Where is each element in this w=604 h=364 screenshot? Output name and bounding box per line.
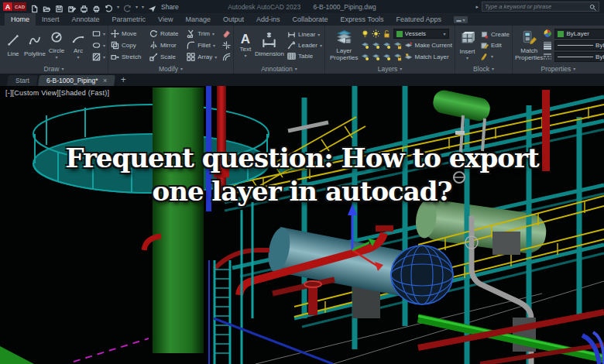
draw-panel-label[interactable]: Draw▾ (0, 64, 108, 74)
logo-a: A (3, 2, 12, 11)
line-tool[interactable]: Line (2, 34, 24, 57)
properties-panel-label[interactable]: Properties▾ (513, 64, 604, 74)
layer-dropdown[interactable]: Vessels ▾ (393, 29, 449, 39)
insert-block-icon (460, 30, 475, 48)
rotate-tool[interactable]: Rotate (149, 29, 187, 39)
ellipse-tool[interactable]: ▾ (92, 41, 105, 50)
search-icon[interactable] (589, 0, 596, 14)
annotation-panel-label[interactable]: Annotation▾ (234, 64, 324, 74)
search-expand-caret[interactable]: ▸ (475, 4, 479, 10)
panel-modify: Move Copy Stretch Rotate Mirror Scale Tr… (108, 26, 234, 74)
green-corner-shape (0, 346, 34, 364)
tab-home[interactable]: Home (5, 13, 36, 26)
tab-express-tools[interactable]: Express Tools (335, 13, 390, 26)
workspace-switcher[interactable]: ▬▾ (454, 16, 468, 23)
layer-walk-icon[interactable] (361, 50, 369, 64)
linetype-icon (543, 50, 552, 64)
print-icon[interactable] (92, 2, 101, 11)
move-tool[interactable]: Move (111, 29, 149, 39)
stretch-tool[interactable]: Stretch (111, 52, 149, 62)
circle-tool[interactable]: Circle▾ (46, 31, 67, 60)
tab-view[interactable]: View (152, 13, 179, 26)
tab-insert[interactable]: Insert (36, 13, 66, 26)
save-icon[interactable] (55, 2, 63, 11)
layer-lock-fade-icon[interactable] (393, 50, 402, 64)
green-column-vessel (153, 88, 204, 353)
tab-start[interactable]: Start (7, 75, 38, 86)
polyline-icon (29, 34, 41, 50)
redo-caret[interactable]: ▾ (136, 5, 138, 9)
model-viewport[interactable]: [-][Custom View][Shaded (Fast)] (0, 86, 604, 364)
tab-featured-apps[interactable]: Featured Apps (390, 13, 448, 26)
erase-tool[interactable] (222, 29, 231, 39)
ribbon-tab-bar: Home Insert Annotate Parametric View Man… (0, 13, 604, 26)
headline-overlay: Frequent question: How to export one lay… (0, 142, 604, 208)
save-as-icon[interactable] (67, 2, 76, 11)
share-label[interactable]: Share (161, 3, 179, 11)
stretch-icon (111, 50, 119, 64)
tab-parametric[interactable]: Parametric (106, 13, 153, 26)
plot-icon[interactable] (80, 2, 88, 11)
tab-manage[interactable]: Manage (179, 13, 217, 26)
headline-line-1: Frequent question: How to export (0, 142, 604, 175)
layer-color-swatch (396, 31, 403, 37)
scale-tool[interactable]: Scale (149, 52, 187, 62)
text-tool[interactable]: A Text▾ (236, 33, 255, 59)
rectangle-tool[interactable]: ▾ (92, 29, 105, 39)
lineweight-dropdown[interactable]: ByLayer (554, 40, 604, 50)
tab-document[interactable]: 6-B-1000_Piping* × (38, 75, 115, 86)
trim-tool[interactable]: Trim▾ (187, 29, 219, 39)
block-panel-label[interactable]: Block▾ (455, 64, 512, 74)
text-icon: A (241, 33, 250, 46)
autocad-logo[interactable]: A CAD (3, 2, 26, 11)
modify-panel-label[interactable]: Modify▾ (108, 64, 233, 74)
viewport-controls[interactable]: [-][Custom View][Shaded (Fast)] (5, 89, 109, 97)
tab-annotate[interactable]: Annotate (66, 13, 106, 26)
match-properties-button[interactable]: Match Properties (515, 29, 543, 62)
arc-tool[interactable]: Arc▾ (67, 31, 89, 60)
app-title: Autodesk AutoCAD 2023 (228, 3, 300, 11)
fillet-tool[interactable]: Fillet▾ (187, 40, 219, 50)
make-current-button[interactable]: Make Current (404, 40, 452, 50)
line-icon (7, 34, 19, 50)
new-file-icon[interactable] (30, 2, 39, 11)
linetype-dropdown[interactable]: ByLayer (554, 52, 604, 62)
share-icon[interactable] (148, 2, 156, 11)
search-input[interactable] (485, 3, 587, 10)
panel-annotation: A Text▾ Dimension Linear▾ Leader▾ Table … (234, 26, 325, 74)
object-color-dropdown[interactable]: ByLayer ▾ (554, 29, 604, 39)
insert-block-button[interactable]: Insert▾ (458, 30, 477, 61)
table-tool[interactable]: Table (287, 52, 322, 61)
autocad-window: A CAD ▾ ▾ ▾ Share Autodesk AutoCAD 2023 … (0, 0, 604, 364)
copy-tool[interactable]: Copy (111, 40, 149, 50)
layers-panel-label[interactable]: Layers▾ (325, 64, 455, 74)
layer-vpfreeze-icon[interactable] (372, 50, 380, 64)
layer-merge-icon[interactable] (383, 50, 391, 64)
dimension-tool[interactable]: Dimension (255, 33, 284, 58)
redo-icon[interactable] (123, 2, 132, 11)
layer-properties-button[interactable]: Layer Properties (328, 29, 361, 62)
offset-tool[interactable] (222, 53, 231, 62)
panel-block: Insert▾ Create Edit ▾ Block▾ (455, 26, 513, 74)
match-properties-icon (522, 29, 537, 47)
array-icon (187, 50, 195, 64)
undo-icon[interactable] (105, 2, 113, 11)
tab-add-ins[interactable]: Add-ins (250, 13, 287, 26)
hatch-tool[interactable]: ▾ (92, 53, 105, 62)
match-layer-button[interactable]: Match Layer (404, 52, 449, 62)
undo-caret[interactable]: ▾ (117, 5, 119, 9)
qat-customize-caret[interactable]: ▾ (142, 5, 144, 9)
close-tab-icon[interactable]: × (103, 77, 107, 84)
open-file-icon[interactable] (43, 2, 51, 11)
explode-tool[interactable] (222, 41, 231, 50)
tab-collaborate[interactable]: Collaborate (287, 13, 335, 26)
new-tab-button[interactable]: + (121, 74, 126, 86)
polyline-tool[interactable]: Polyline (24, 34, 46, 57)
quick-access-toolbar: ▾ ▾ ▾ Share (30, 2, 179, 11)
array-tool[interactable]: Array▾ (187, 52, 219, 62)
circle-icon (50, 31, 63, 46)
tab-output[interactable]: Output (217, 13, 250, 26)
mirror-tool[interactable]: Mirror (149, 40, 187, 50)
block-attributes-button[interactable]: ▾ (480, 52, 510, 61)
help-search-box[interactable] (482, 2, 599, 12)
